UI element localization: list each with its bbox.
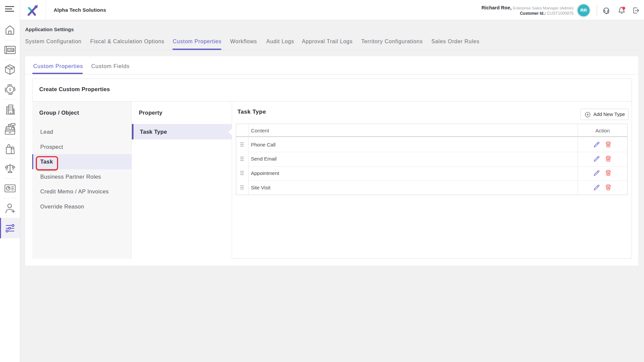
svg-text:D: D [5, 167, 8, 171]
svg-text:$: $ [9, 87, 11, 91]
svg-text:C: C [12, 167, 14, 171]
svg-text:CRM: CRM [8, 49, 13, 51]
